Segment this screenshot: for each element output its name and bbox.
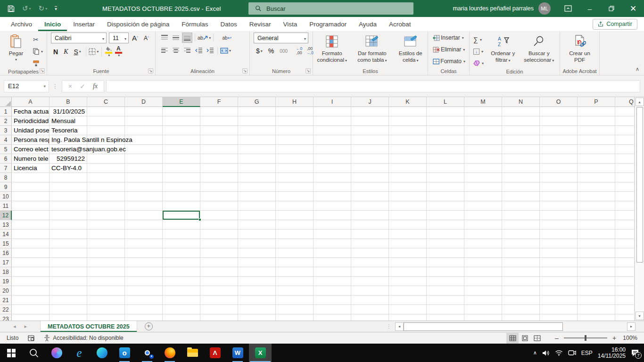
paste-button[interactable]: Pegar — [2, 33, 30, 68]
align-middle-button[interactable] — [171, 33, 181, 43]
cell-Q14-partial[interactable] — [615, 230, 635, 239]
cell-D15[interactable] — [125, 239, 163, 248]
cell-E14[interactable] — [163, 230, 200, 239]
cell-D2[interactable] — [125, 116, 163, 126]
cell-A9[interactable] — [12, 182, 50, 192]
cell-M9[interactable] — [464, 182, 502, 192]
cell-P18[interactable] — [578, 267, 615, 277]
column-header-O[interactable]: O — [540, 97, 578, 107]
tab-ayuda[interactable]: Ayuda — [353, 17, 383, 31]
row-header-20[interactable]: 20 — [0, 286, 12, 296]
column-header-C[interactable]: C — [87, 97, 125, 107]
cell-J23[interactable] — [351, 314, 389, 321]
cell-C22[interactable] — [87, 305, 125, 314]
cell-D1[interactable] — [125, 107, 163, 116]
cell-L10[interactable] — [427, 192, 464, 201]
edge-button[interactable] — [91, 344, 113, 362]
cell-F3[interactable] — [200, 126, 238, 135]
cell-J12[interactable] — [351, 211, 389, 220]
cell-P21[interactable] — [578, 296, 615, 305]
copy-button[interactable] — [32, 46, 44, 57]
cell-O7[interactable] — [540, 164, 578, 173]
cell-J18[interactable] — [351, 267, 389, 277]
column-header-A[interactable]: A — [12, 97, 50, 107]
cell-C10[interactable] — [87, 192, 125, 201]
cell-F4[interactable] — [200, 135, 238, 145]
cell-L15[interactable] — [427, 239, 464, 248]
cell-F11[interactable] — [200, 201, 238, 211]
font-dialog-launcher[interactable]: ↘ — [148, 68, 153, 74]
cell-O13[interactable] — [540, 220, 578, 230]
cell-K15[interactable] — [389, 239, 427, 248]
row-header-7[interactable]: 7 — [0, 164, 12, 173]
cell-I11[interactable] — [314, 201, 351, 211]
cell-G10[interactable] — [238, 192, 276, 201]
cell-H23[interactable] — [276, 314, 314, 321]
cell-B6[interactable]: 52959122 — [50, 154, 87, 164]
cell-P14[interactable] — [578, 230, 615, 239]
cell-M6[interactable] — [464, 154, 502, 164]
cell-F17[interactable] — [200, 258, 238, 267]
cell-E21[interactable] — [163, 296, 200, 305]
cell-N7[interactable] — [502, 164, 540, 173]
zoom-out-button[interactable]: – — [552, 334, 562, 342]
cell-E18[interactable] — [163, 267, 200, 277]
formula-input[interactable] — [106, 80, 640, 92]
cell-H8[interactable] — [276, 173, 314, 182]
cell-E19[interactable] — [163, 277, 200, 286]
cell-A5[interactable]: Correo elect — [12, 145, 50, 154]
cell-O22[interactable] — [540, 305, 578, 314]
cell-L18[interactable] — [427, 267, 464, 277]
taskbar-search-button[interactable] — [23, 344, 45, 362]
cell-P13[interactable] — [578, 220, 615, 230]
cell-D10[interactable] — [125, 192, 163, 201]
cell-E8[interactable] — [163, 173, 200, 182]
cell-B2[interactable]: Mensual — [50, 116, 87, 126]
cell-A23[interactable] — [12, 314, 50, 321]
row-header-5[interactable]: 5 — [0, 145, 12, 154]
cell-F5[interactable] — [200, 145, 238, 154]
cell-A1[interactable]: Fecha actual — [12, 107, 50, 116]
cell-G4[interactable] — [238, 135, 276, 145]
row-header-6[interactable]: 6 — [0, 154, 12, 164]
share-button[interactable]: Compartir — [593, 19, 637, 30]
cell-N16[interactable] — [502, 248, 540, 258]
cell-J20[interactable] — [351, 286, 389, 296]
cell-O17[interactable] — [540, 258, 578, 267]
cell-O20[interactable] — [540, 286, 578, 296]
italic-button[interactable]: K — [61, 47, 70, 57]
cell-A21[interactable] — [12, 296, 50, 305]
insert-function-button[interactable]: fx — [93, 82, 98, 90]
cell-B12[interactable] — [50, 211, 87, 220]
cell-B13[interactable] — [50, 220, 87, 230]
cell-P5[interactable] — [578, 145, 615, 154]
start-button[interactable] — [0, 344, 23, 362]
cell-D14[interactable] — [125, 230, 163, 239]
number-dialog-launcher[interactable]: ↘ — [305, 68, 311, 74]
cell-F2[interactable] — [200, 116, 238, 126]
row-header-2[interactable]: 2 — [0, 116, 12, 126]
cell-F20[interactable] — [200, 286, 238, 296]
cell-G8[interactable] — [238, 173, 276, 182]
cell-Q6-partial[interactable] — [615, 154, 635, 164]
name-box[interactable]: E12 ▾ — [4, 80, 49, 92]
cell-K12[interactable] — [389, 211, 427, 220]
cell-D17[interactable] — [125, 258, 163, 267]
cell-F9[interactable] — [200, 182, 238, 192]
cell-Q9-partial[interactable] — [615, 182, 635, 192]
language-indicator[interactable]: ESP — [581, 350, 593, 356]
cell-B7[interactable]: CC-BY-4.0 — [50, 164, 87, 173]
conditional-formatting-button[interactable]: Formato condicional — [315, 33, 348, 67]
cell-H2[interactable] — [276, 116, 314, 126]
cell-I18[interactable] — [314, 267, 351, 277]
cell-C7[interactable] — [87, 164, 125, 173]
cell-E17[interactable] — [163, 258, 200, 267]
cell-H4[interactable] — [276, 135, 314, 145]
cell-C17[interactable] — [87, 258, 125, 267]
cell-J19[interactable] — [351, 277, 389, 286]
cell-L17[interactable] — [427, 258, 464, 267]
cell-H7[interactable] — [276, 164, 314, 173]
cell-D18[interactable] — [125, 267, 163, 277]
create-pdf-button[interactable]: Crear un PDF — [565, 33, 594, 67]
cell-I12[interactable] — [314, 211, 351, 220]
